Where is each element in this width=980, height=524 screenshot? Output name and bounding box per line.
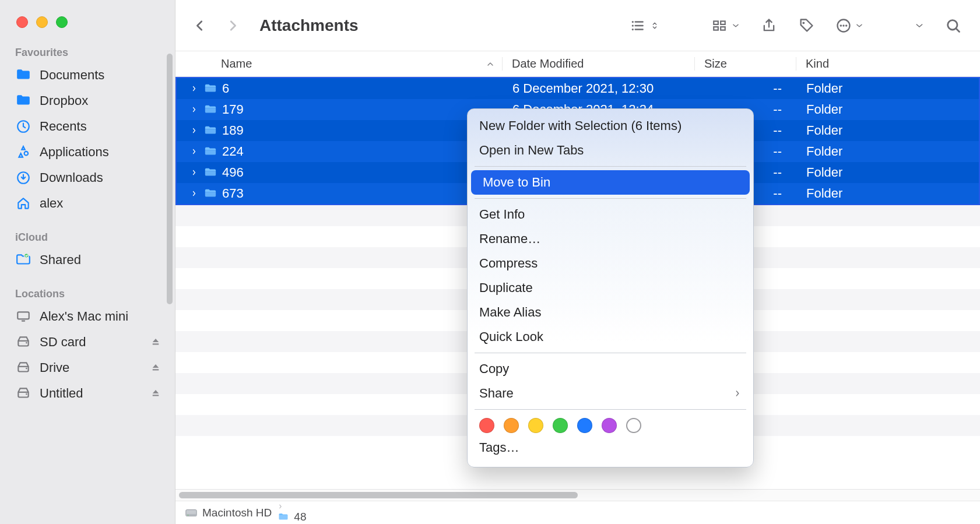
tag-color-dot[interactable] — [577, 418, 592, 433]
column-kind[interactable]: Kind — [796, 57, 980, 71]
sidebar-item-downloads[interactable]: Downloads — [0, 165, 175, 191]
tag-color-dot[interactable] — [528, 418, 543, 433]
scrollbar-thumb[interactable] — [179, 492, 578, 498]
home-icon — [15, 196, 31, 211]
menu-item-tags[interactable]: Tags… — [468, 435, 753, 460]
sidebar-item-label: Documents — [40, 68, 104, 83]
actions-button[interactable] — [832, 14, 867, 37]
menu-item-make-alias[interactable]: Make Alias — [468, 300, 753, 325]
menu-item-share[interactable]: Share — [468, 381, 753, 406]
folder-icon — [203, 145, 217, 158]
menu-item-get-info[interactable]: Get Info — [468, 202, 753, 227]
sidebar-item-sdcard[interactable]: SD card — [0, 329, 175, 355]
nav-back-button[interactable] — [191, 13, 209, 38]
clock-icon — [15, 119, 31, 134]
chevron-right-icon — [278, 502, 356, 511]
sidebar-item-shared[interactable]: Shared — [0, 247, 175, 273]
group-by-button[interactable] — [707, 15, 743, 37]
sidebar-item-dropbox[interactable]: Dropbox — [0, 88, 175, 114]
sidebar-item-drive[interactable]: Drive — [0, 355, 175, 381]
disclosure-chevron-icon[interactable] — [191, 126, 199, 135]
applications-icon — [15, 145, 31, 160]
folder-icon — [203, 103, 217, 116]
column-size[interactable]: Size — [694, 57, 796, 71]
menu-item-new-folder-with-selection[interactable]: New Folder with Selection (6 Items) — [468, 114, 753, 138]
sidebar: Favourites Documents Dropbox Recents App… — [0, 0, 175, 524]
context-menu: New Folder with Selection (6 Items) Open… — [467, 108, 754, 467]
main-panel: Attachments Name — [175, 0, 980, 524]
disk-icon — [15, 335, 31, 350]
tag-color-dot[interactable] — [479, 418, 494, 433]
window-title: Attachments — [259, 16, 359, 35]
menu-item-duplicate[interactable]: Duplicate — [468, 276, 753, 300]
sidebar-item-label: Recents — [40, 119, 87, 134]
sidebar-item-applications[interactable]: Applications — [0, 139, 175, 165]
finder-window: Favourites Documents Dropbox Recents App… — [0, 0, 980, 524]
chevron-right-icon — [733, 388, 742, 399]
path-crumb[interactable]: 48 — [278, 511, 356, 523]
disclosure-chevron-icon[interactable] — [191, 168, 199, 177]
nav-forward-button[interactable] — [223, 13, 242, 38]
sidebar-section-favourites: Favourites — [0, 42, 175, 62]
minimize-window-button[interactable] — [36, 16, 48, 28]
shared-folder-icon — [15, 252, 31, 268]
menu-item-rename[interactable]: Rename… — [468, 227, 753, 251]
close-window-button[interactable] — [16, 16, 28, 28]
zoom-window-button[interactable] — [56, 16, 68, 28]
menu-item-copy[interactable]: Copy — [468, 357, 753, 381]
menu-tag-colors — [468, 413, 753, 435]
tag-color-dot[interactable] — [553, 418, 568, 433]
sidebar-item-label: Applications — [40, 145, 109, 160]
sidebar-item-label: Drive — [40, 360, 69, 375]
toolbar: Attachments — [175, 0, 980, 51]
menu-separator — [475, 198, 746, 199]
sidebar-item-untitled[interactable]: Untitled — [0, 381, 175, 406]
sidebar-section-locations: Locations — [0, 283, 175, 304]
sidebar-scrollbar-thumb[interactable] — [167, 54, 173, 304]
search-button[interactable] — [942, 14, 965, 37]
sidebar-item-home[interactable]: alex — [0, 191, 175, 216]
disclosure-chevron-icon[interactable] — [191, 189, 199, 198]
file-kind: Folder — [797, 123, 979, 138]
eject-icon[interactable] — [150, 337, 161, 347]
horizontal-scrollbar[interactable] — [175, 489, 980, 501]
folder-icon — [15, 93, 31, 108]
column-headers: Name Date Modified Size Kind — [175, 51, 980, 77]
sidebar-item-documents[interactable]: Documents — [0, 62, 175, 88]
disclosure-chevron-icon[interactable] — [191, 147, 199, 156]
menu-item-quick-look[interactable]: Quick Look — [468, 325, 753, 349]
path-crumb[interactable]: Macintosh HD — [185, 507, 272, 519]
view-mode-button[interactable] — [626, 15, 663, 37]
sidebar-item-mac[interactable]: Alex's Mac mini — [0, 304, 175, 329]
menu-item-open-new-tabs[interactable]: Open in New Tabs — [468, 138, 753, 163]
menu-separator — [475, 353, 746, 353]
eject-icon[interactable] — [150, 388, 161, 399]
disclosure-chevron-icon[interactable] — [191, 85, 199, 93]
sidebar-item-recents[interactable]: Recents — [0, 114, 175, 139]
overflow-button[interactable] — [911, 16, 928, 35]
sidebar-item-label: Alex's Mac mini — [40, 309, 128, 324]
menu-item-move-to-bin[interactable]: Move to Bin — [471, 170, 750, 195]
sidebar-item-label: Untitled — [40, 386, 83, 401]
tag-color-dot[interactable] — [504, 418, 519, 433]
table-row[interactable]: 66 December 2021, 12:30--Folder — [177, 78, 979, 99]
file-name: 189 — [222, 123, 244, 138]
column-name[interactable]: Name — [175, 57, 502, 71]
tags-button[interactable] — [795, 14, 818, 37]
folder-icon — [203, 124, 217, 137]
share-button[interactable] — [757, 14, 781, 37]
sidebar-item-label: SD card — [40, 335, 86, 350]
eject-icon[interactable] — [150, 363, 161, 373]
folder-icon — [203, 187, 217, 200]
folder-icon — [278, 512, 289, 522]
file-date: 6 December 2021, 12:30 — [503, 81, 696, 96]
path-bar: Macintosh HD [GAll48DataAttachments — [175, 501, 980, 524]
column-date[interactable]: Date Modified — [502, 57, 694, 71]
file-name: 224 — [222, 144, 244, 159]
folder-icon — [203, 82, 217, 95]
tag-clear-dot[interactable] — [626, 418, 641, 433]
tag-color-dot[interactable] — [602, 418, 617, 433]
folder-icon — [278, 501, 289, 501]
menu-item-compress[interactable]: Compress — [468, 251, 753, 276]
disclosure-chevron-icon[interactable] — [191, 105, 199, 114]
